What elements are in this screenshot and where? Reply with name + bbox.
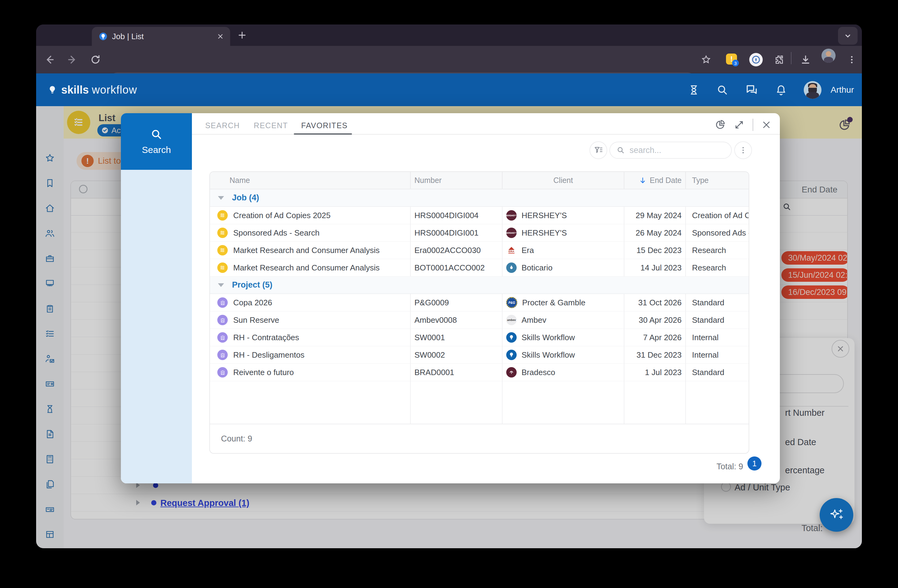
bulb-icon [47,85,58,95]
new-tab-button[interactable] [237,30,247,40]
modal-search-box[interactable] [609,142,732,159]
bookmark-star-icon[interactable] [701,54,711,65]
cell-number: Era0002ACCO030 [411,242,503,259]
app-logo[interactable]: skills workflow [47,74,137,106]
topicons-divider [753,119,753,131]
filter-button[interactable] [589,141,607,159]
result-row[interactable]: Market Research and Consumer Analysis BO… [210,259,749,276]
group-label: Job (4) [232,193,259,203]
job-icon [217,210,228,221]
global-search-icon[interactable] [716,84,729,96]
chart-view-pie-icon[interactable] [715,119,726,130]
browser-tab[interactable]: Job | List [92,27,230,46]
search-input-icon [616,146,625,155]
messages-icon[interactable] [745,83,758,97]
user-avatar[interactable] [804,81,821,99]
column-header-name[interactable]: Name [210,172,411,189]
tab-search[interactable]: SEARCH [205,121,240,130]
cell-number: SW0001 [411,329,503,346]
cell-end-date: 29 May 2024 [624,207,686,224]
group-row[interactable]: Project (5) [210,276,749,294]
reload-button[interactable] [90,54,101,65]
result-row[interactable]: Copa 2026 P&G0009 P&GProcter & Gamble 31… [210,294,749,312]
modal-search-panel[interactable]: Search [121,113,192,170]
toolbar-divider [791,52,792,64]
search-panel-label: Search [142,145,171,155]
tab-search-chevron-button[interactable] [838,27,858,45]
tab-close-icon[interactable] [217,33,224,40]
browser-menu-kebab-icon[interactable] [847,54,857,65]
forward-button[interactable] [67,54,78,66]
assistant-fab[interactable] [820,498,853,532]
cell-end-date: 26 May 2024 [624,224,686,241]
results-menu-kebab[interactable] [734,141,752,159]
cell-type: Standard [686,364,749,381]
client-logo-hersheys: HERSHEY'S [506,227,517,238]
result-row[interactable]: RH - Contratações SW0001 Skills Workflow… [210,329,749,346]
extension-grammar-icon[interactable]: ! 3 [725,53,739,66]
group-collapse-icon[interactable] [218,283,224,287]
job-icon [217,263,228,273]
result-row[interactable]: Market Research and Consumer Analysis Er… [210,242,749,259]
results-count: Count: 9 [210,424,749,453]
column-header-type[interactable]: Type [686,172,749,189]
tab-favorites[interactable]: FAVORITES [301,121,348,130]
column-header-client[interactable]: Client [503,172,624,189]
result-row[interactable]: RH - Desligamentos SW0002 Skills Workflo… [210,346,749,364]
brand-light: workflow [92,83,137,97]
result-row[interactable]: Sponsored Ads - Search HRS0004DIGI001 HE… [210,224,749,242]
results-total: Total: 9 [717,462,743,471]
cell-end-date: 7 Apr 2026 [624,329,686,346]
client-logo-boticario [506,263,517,273]
results-table-filler [210,381,749,424]
cell-type: Internal [686,329,749,346]
cell-number: SW0002 [411,346,503,364]
client-logo-bradesco [506,367,517,378]
cell-type: Creation of Ad C [686,207,749,224]
tab-recent[interactable]: RECENT [254,121,288,130]
result-row[interactable]: Reivente o futuro BRAD0001 Bradesco 1 Ju… [210,364,749,381]
client-logo-pg: P&G [506,297,517,308]
timesheet-hourglass-icon[interactable] [688,84,700,96]
result-row[interactable]: Creation of Ad Copies 2025 HRS0004DIGI00… [210,207,749,224]
download-icon[interactable] [800,54,811,65]
result-row[interactable]: Sun Reserve Ambev0008 ambevAmbev 30 Apr … [210,312,749,329]
client-logo-hersheys: HERSHEY'S [506,210,517,221]
sort-desc-icon [639,177,647,184]
project-icon [217,315,228,325]
cell-client: HERSHEY'S [521,211,567,220]
extension-badge: 3 [732,60,739,66]
client-logo-era: ERA [506,245,517,255]
extensions-puzzle-icon[interactable] [774,54,785,65]
expand-modal-icon[interactable] [733,119,745,130]
brand-bold: skills [61,83,89,97]
profile-avatar[interactable] [821,49,836,63]
group-collapse-icon[interactable] [218,196,224,200]
tab-favicon-bulb-icon [98,32,108,41]
column-header-number[interactable]: Number [411,172,503,189]
cell-end-date: 15 Dec 2023 [624,242,686,259]
group-label: Project (5) [232,280,272,290]
modal-search-input[interactable] [629,145,722,155]
group-row[interactable]: Job (4) [210,189,749,207]
cell-client: Era [521,246,534,255]
cell-client: Skills Workflow [521,333,575,342]
project-icon [217,332,228,342]
notifications-bell-icon[interactable] [775,84,787,96]
column-header-end-date[interactable]: End Date [624,172,686,189]
project-icon [217,297,228,308]
modal-left-rail [121,170,192,484]
app-header: skills workflow Arthur [36,74,862,106]
job-icon [217,227,228,238]
cell-type: Research [686,259,749,276]
cell-number: HRS0004DIGI004 [411,207,503,224]
close-modal-icon[interactable] [761,120,772,130]
client-logo-skills-workflow [506,350,517,360]
extension-password-icon[interactable] [749,53,763,66]
browser-toolbar: demo-test.skillsworkflow.com/home/worksp… [36,46,862,74]
pagination-page-1[interactable]: 1 [747,456,761,471]
cell-name: RH - Desligamentos [233,350,304,360]
cell-name: Creation of Ad Copies 2025 [233,211,331,220]
back-button[interactable] [43,54,55,66]
cell-name: Reivente o futuro [233,368,294,377]
